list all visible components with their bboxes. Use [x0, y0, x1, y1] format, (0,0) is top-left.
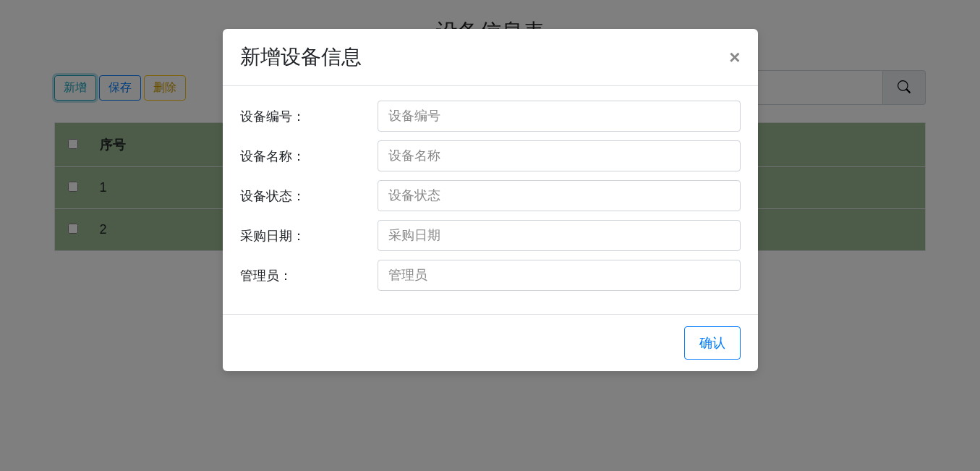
device-no-input[interactable] [378, 101, 741, 132]
modal-header: 新增设备信息 × [223, 29, 758, 86]
purchase-date-label: 采购日期： [240, 227, 378, 245]
device-status-input[interactable] [378, 180, 741, 211]
device-name-label: 设备名称： [240, 148, 378, 165]
confirm-button[interactable]: 确认 [684, 326, 741, 360]
add-device-modal: 新增设备信息 × 设备编号： 设备名称： 设备状态： 采购日期： 管理员： 确认 [223, 29, 758, 371]
modal-close-button[interactable]: × [729, 48, 740, 67]
device-status-label: 设备状态： [240, 187, 378, 205]
device-no-label: 设备编号： [240, 108, 378, 125]
modal-footer: 确认 [223, 314, 758, 371]
device-name-input[interactable] [378, 140, 741, 171]
manager-label: 管理员： [240, 267, 378, 284]
purchase-date-input[interactable] [378, 220, 741, 251]
modal-body: 设备编号： 设备名称： 设备状态： 采购日期： 管理员： [223, 86, 758, 314]
close-icon: × [729, 46, 740, 68]
modal-title: 新增设备信息 [240, 43, 362, 71]
manager-input[interactable] [378, 260, 741, 291]
